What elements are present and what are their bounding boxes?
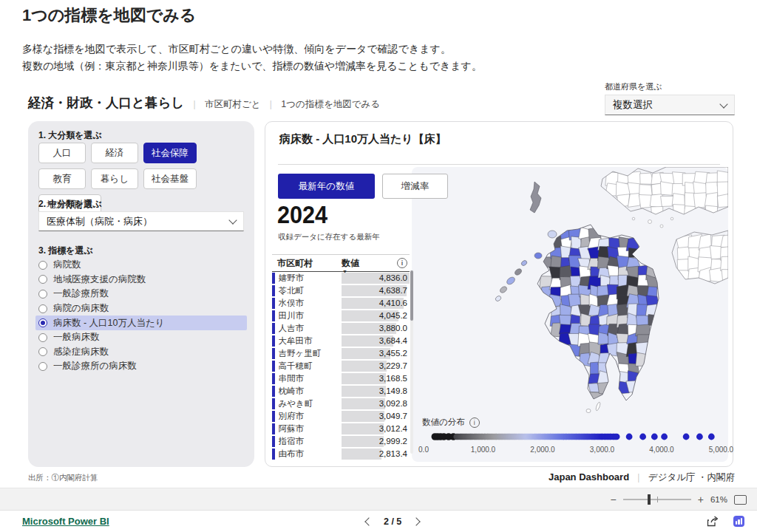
toggle-latest-value-button[interactable]: 最新年の数値 [278, 174, 375, 199]
indicator-radio-1[interactable]: 地域医療支援の病院数 [35, 273, 247, 287]
divider [278, 164, 720, 165]
category-button-5[interactable]: 社会基盤 [143, 168, 197, 189]
table-row[interactable]: 枕崎市3,149.8 [272, 385, 410, 398]
indicator-sidebar: 1. 大分類を選ぶ 人口経済社会保障教育暮らし社会基盤地方行財政 2. 中分類を… [28, 121, 254, 467]
municipality-name: 串間市 [279, 373, 342, 384]
value-data-bar [342, 436, 384, 447]
table-row[interactable]: 苓北町4,638.7 [272, 284, 410, 297]
category-button-0[interactable]: 人口 [38, 143, 86, 163]
row-accent-bar [272, 335, 275, 347]
radio-icon [38, 304, 47, 313]
page-description-line1: 多様な指標を地図で表示して、市区町村ごとの違いや特徴、傾向をデータで確認できます… [22, 41, 482, 58]
value-data-bar [342, 423, 384, 434]
value-data-bar [342, 411, 384, 422]
table-row[interactable]: 田川市4,045.2 [272, 310, 410, 322]
next-page-icon[interactable] [413, 517, 421, 525]
dashboard-subtitle-granularity: 市区町村ごと [205, 98, 261, 111]
table-row[interactable]: 水俣市4,410.6 [272, 297, 410, 310]
indicator-radio-7[interactable]: 一般診療所の病床数 [35, 359, 247, 374]
table-row[interactable]: 阿蘇市3,012.4 [272, 423, 410, 435]
table-row[interactable]: 吉野ヶ里町3,455.2 [272, 347, 410, 360]
table-row[interactable]: 指宿市2,999.2 [272, 435, 410, 448]
indicator-radio-6[interactable]: 感染症病床数 [35, 345, 247, 360]
table-row[interactable]: 大牟田市3,684.4 [272, 335, 410, 347]
category-button-1[interactable]: 経済 [91, 143, 138, 163]
value-number: 4,836.0 [379, 273, 407, 284]
municipality-table: 市区町村 数値 ▼ i 嬉野市4,836.0苓北町4,638.7水俣市4,410… [272, 254, 410, 460]
map-visual-panel: 病床数 - 人口10万人当たり【床】 最新年の数値 増減率 2024 収録データ… [265, 121, 733, 467]
value-number: 3,229.7 [379, 361, 407, 372]
radio-icon [38, 275, 47, 284]
axis-tick-label: 1,000.0 [461, 446, 506, 454]
axis-tick-label: 5,000.0 [699, 446, 744, 454]
value-data-bar [342, 449, 381, 460]
municipality-name: 田川市 [279, 310, 342, 321]
latest-year-caption: 収録データに存在する最新年 [278, 232, 380, 242]
value-distribution-strip[interactable] [412, 427, 728, 446]
column-header-municipality[interactable]: 市区町村 [272, 257, 342, 270]
row-accent-bar [272, 373, 275, 384]
distribution-overlay: 数値の分布 i 0.01,000.02,000.03,000.04,000.05… [412, 167, 728, 462]
table-row[interactable]: 人吉市3,880.0 [272, 322, 410, 335]
zoom-slider-tick [657, 497, 658, 502]
category-button-3[interactable]: 教育 [38, 168, 86, 189]
page-indicator: 2 / 5 [384, 516, 401, 527]
prefecture-select-dropdown[interactable]: 複数選択 [605, 95, 735, 115]
column-header-value[interactable]: 数値 ▼ [342, 257, 359, 270]
indicator-radio-2[interactable]: 一般診療所数 [35, 287, 247, 301]
table-row[interactable]: 串間市3,168.5 [272, 372, 410, 385]
subcategory-dropdown[interactable]: 医療体制（病院・病床） [38, 211, 244, 231]
row-accent-bar [272, 411, 275, 422]
row-accent-bar [272, 436, 275, 447]
value-number: 3,149.8 [379, 386, 407, 397]
microsoft-powerbi-link[interactable]: Microsoft Power BI [22, 511, 109, 532]
table-row[interactable]: 別府市3,049.7 [272, 410, 410, 423]
row-accent-bar [272, 298, 275, 309]
table-row[interactable]: みやき町3,092.8 [272, 398, 410, 410]
previous-page-icon[interactable] [364, 517, 373, 525]
indicator-radio-5[interactable]: 一般病床数 [35, 330, 247, 345]
info-icon[interactable]: i [397, 258, 407, 268]
indicator-label: 病床数 - 人口10万人当たり [53, 317, 165, 330]
municipality-name: 人吉市 [279, 323, 342, 334]
zoom-slider[interactable] [623, 499, 691, 500]
zoom-control: − + 61% [611, 488, 747, 511]
table-row[interactable]: 由布市2,813.4 [272, 448, 410, 460]
share-icon[interactable] [707, 516, 719, 527]
category-button-2[interactable]: 社会保障 [143, 143, 197, 163]
row-accent-bar [272, 398, 275, 409]
brand-organization: デジタル庁 ・内閣府 [648, 471, 735, 484]
page-navigation: 2 / 5 [366, 511, 419, 532]
value-number: 4,410.6 [379, 298, 407, 309]
category-button-4[interactable]: 暮らし [91, 168, 138, 189]
powerbi-logo-icon[interactable] [733, 516, 744, 527]
brand-row: Japan Dashboard ｜ デジタル庁 ・内閣府 [549, 471, 735, 484]
indicator-radio-4[interactable]: 病床数 - 人口10万人当たり [35, 316, 247, 330]
indicator-label: 病院の病床数 [53, 302, 109, 315]
value-number: 4,045.2 [379, 310, 407, 321]
indicator-label: 病院数 [53, 259, 81, 271]
municipality-name: 阿蘇市 [279, 423, 342, 434]
zoom-slider-thumb[interactable] [648, 494, 651, 505]
page-description-line2: 複数の地域（例：東京都と神奈川県等）をまたいで、指標の数値や増減率を見ることもで… [22, 58, 482, 75]
brand-name: Japan Dashboard [549, 471, 629, 482]
section1-label: 1. 大分類を選ぶ [38, 129, 102, 142]
fit-to-page-icon[interactable] [734, 495, 747, 505]
prefecture-select-value: 複数選択 [613, 98, 653, 112]
value-number: 3,168.5 [379, 373, 407, 384]
table-rows: 嬉野市4,836.0苓北町4,638.7水俣市4,410.6田川市4,045.2… [272, 272, 410, 460]
indicator-radio-3[interactable]: 病院の病床数 [35, 301, 247, 316]
zoom-in-button[interactable]: + [698, 494, 704, 505]
row-accent-bar [272, 361, 275, 372]
value-number: 3,012.4 [379, 423, 407, 434]
distribution-label: 数値の分布 [422, 417, 465, 428]
table-row[interactable]: 嬉野市4,836.0 [272, 272, 410, 284]
value-number: 3,049.7 [379, 411, 407, 422]
table-row[interactable]: 高千穂町3,229.7 [272, 360, 410, 372]
table-header[interactable]: 市区町村 数値 ▼ i [272, 254, 410, 272]
indicator-radio-0[interactable]: 病院数 [35, 258, 247, 273]
row-accent-bar [272, 423, 275, 434]
info-icon[interactable]: i [469, 417, 480, 428]
zoom-out-button[interactable]: − [611, 494, 617, 505]
radio-icon [38, 261, 47, 270]
